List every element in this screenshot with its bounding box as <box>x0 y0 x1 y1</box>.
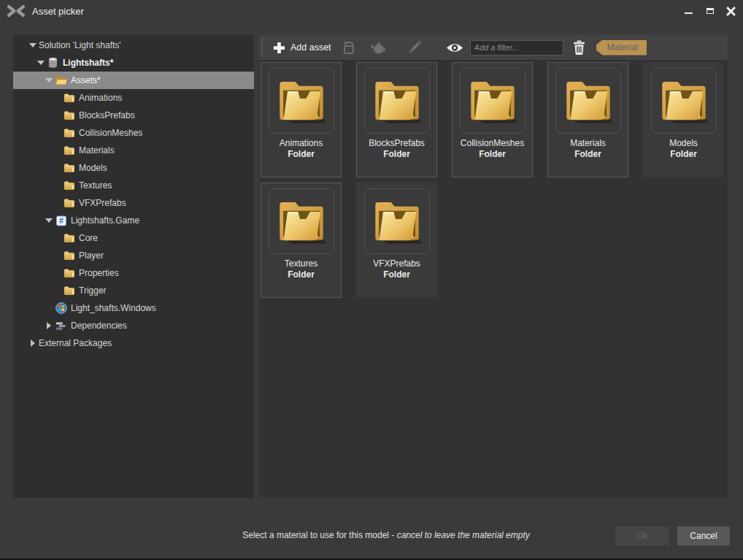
tree-item-materials[interactable]: Materials <box>13 142 254 159</box>
expander-icon <box>52 107 61 124</box>
expander-down-icon[interactable] <box>44 72 53 89</box>
expander-icon <box>52 177 61 194</box>
asset-tile-textures[interactable]: Textures Folder <box>261 183 342 298</box>
asset-type-filter-tag[interactable]: Material <box>596 40 647 55</box>
tree-item-label: Solution 'Light shafts' <box>39 37 121 54</box>
ok-button[interactable]: Ok <box>615 526 669 545</box>
asset-name: Models <box>669 138 698 148</box>
import-button[interactable] <box>339 37 361 58</box>
dependencies-icon <box>55 320 67 332</box>
tree-item-label: Textures <box>79 177 112 194</box>
folder-large-icon <box>460 68 526 134</box>
tree-item-label: Dependencies <box>71 317 127 334</box>
asset-tile-vfxprefabs[interactable]: VFXPrefabs Folder <box>356 183 437 298</box>
tree-item-label: Materials <box>79 142 115 159</box>
minimize-button[interactable] <box>678 0 699 22</box>
toggle-preview-button[interactable] <box>444 37 466 58</box>
expander-right-icon[interactable] <box>44 317 53 334</box>
expander-icon <box>52 229 61 247</box>
asset-name: Animations <box>280 138 323 148</box>
tree-item-blocksprefabs[interactable]: BlocksPrefabs <box>13 107 254 124</box>
tree-item-assets[interactable]: Assets* <box>13 72 254 89</box>
folder-icon <box>63 145 75 157</box>
edit-asset-button[interactable] <box>404 37 425 58</box>
maximize-button[interactable] <box>699 0 720 22</box>
folder-icon <box>63 180 75 192</box>
folder-icon <box>63 110 75 122</box>
folder-large-icon <box>269 188 334 254</box>
cancel-button[interactable]: Cancel <box>677 526 730 545</box>
expander-icon <box>52 142 61 159</box>
expander-icon <box>52 247 61 264</box>
delete-button[interactable] <box>571 37 588 58</box>
tree-item-player[interactable]: Player <box>13 247 254 264</box>
close-icon <box>726 7 736 16</box>
tree-item-label: Player <box>79 247 104 264</box>
tree-item-solution-light-shafts[interactable]: Solution 'Light shafts' <box>13 37 254 54</box>
tree-item-label: Trigger <box>79 282 107 299</box>
tree-item-vfxprefabs[interactable]: VFXPrefabs <box>13 194 254 212</box>
asset-name: Materials <box>570 138 606 148</box>
toolbar-grip[interactable] <box>261 39 266 56</box>
expander-down-icon[interactable] <box>28 37 37 54</box>
asset-tile-animations[interactable]: Animations Folder <box>261 62 342 177</box>
tree-item-core[interactable]: Core <box>13 229 254 247</box>
tree-item-label: Lightshafts.Game <box>71 212 139 229</box>
tree-item-external-packages[interactable]: External Packages <box>13 334 254 352</box>
teapot-icon <box>370 40 388 55</box>
tree-item-properties[interactable]: Properties <box>13 264 254 282</box>
expander-icon <box>52 124 61 142</box>
tree-item-light-shafts-windows[interactable]: Light_shafts.Windows <box>13 299 254 317</box>
folder-large-icon <box>651 68 717 134</box>
folder-icon <box>63 232 75 245</box>
close-button[interactable] <box>720 0 742 22</box>
tree-item-label: Light_shafts.Windows <box>71 299 156 317</box>
tree-item-dependencies[interactable]: Dependencies <box>13 317 254 334</box>
add-template-button[interactable] <box>368 37 390 58</box>
windows-icon <box>55 302 67 315</box>
asset-type: Folder <box>574 149 601 159</box>
folder-large-icon <box>364 188 430 254</box>
tree-item-lightshafts-game[interactable]: # Lightshafts.Game <box>13 212 254 229</box>
csharp-icon: # <box>55 215 67 227</box>
tree-item-label: Lightshafts* <box>63 54 113 72</box>
asset-tile-collisionmeshes[interactable]: CollisionMeshes Folder <box>452 62 533 177</box>
tree-item-label: Models <box>79 159 107 177</box>
asset-type: Folder <box>288 149 315 159</box>
asset-tile-models[interactable]: Models Folder <box>643 62 724 177</box>
maximize-icon <box>707 8 714 14</box>
tree-item-label: External Packages <box>39 334 112 352</box>
add-asset-button[interactable]: Add asset <box>270 37 334 58</box>
expander-down-icon[interactable] <box>36 54 45 72</box>
minimize-icon <box>685 12 693 14</box>
eye-icon <box>446 42 463 54</box>
folder-open-icon <box>55 74 67 87</box>
tree-item-collisionmeshes[interactable]: CollisionMeshes <box>13 124 254 142</box>
svg-text:#: # <box>59 216 63 225</box>
tree-item-trigger[interactable]: Trigger <box>13 282 254 299</box>
tree-item-models[interactable]: Models <box>13 159 254 177</box>
tree-item-textures[interactable]: Textures <box>13 177 254 194</box>
folder-icon <box>63 285 75 297</box>
expander-right-icon[interactable] <box>28 334 37 352</box>
import-icon <box>342 39 358 56</box>
expander-icon <box>52 159 61 177</box>
asset-name: Textures <box>285 258 317 269</box>
folder-icon <box>63 127 75 139</box>
filter-input[interactable] <box>470 40 563 55</box>
folder-large-icon <box>269 68 334 134</box>
expander-down-icon[interactable] <box>44 212 53 229</box>
tree-item-animations[interactable]: Animations <box>13 89 254 107</box>
asset-type: Folder <box>479 149 506 159</box>
expander-icon <box>52 194 61 212</box>
expander-icon <box>52 282 61 299</box>
folder-icon <box>63 92 75 104</box>
expander-icon <box>52 89 61 107</box>
asset-name: VFXPrefabs <box>373 258 420 269</box>
asset-tile-materials[interactable]: Materials Folder <box>547 62 628 177</box>
asset-tile-blocksprefabs[interactable]: BlocksPrefabs Folder <box>356 62 437 177</box>
pencil-icon <box>407 39 423 55</box>
asset-name: CollisionMeshes <box>461 138 524 148</box>
folder-icon <box>63 197 75 210</box>
tree-item-lightshafts[interactable]: Lightshafts* <box>13 54 254 72</box>
